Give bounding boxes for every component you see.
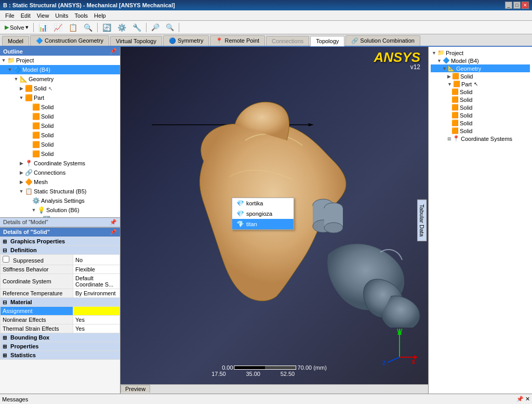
tree-toggle-solution[interactable]: ▼ — [31, 207, 36, 213]
toolbar-btn-4[interactable]: 🔍 — [81, 22, 95, 33]
expand-material[interactable]: ⊟ — [3, 299, 7, 305]
value-nonlinear[interactable]: Yes — [73, 316, 120, 324]
viewport[interactable]: ANSYS v12 Tabular Data W X Z — [121, 47, 428, 394]
right-tree-solid5[interactable]: 🟧 Solid — [431, 111, 530, 119]
tabular-data-button[interactable]: Tabular Data — [417, 199, 427, 241]
section-statistics[interactable]: ⊞ Statistics — [1, 351, 120, 360]
right-tree-geometry[interactable]: ▼ 📐 Geometry — [431, 64, 530, 72]
dropdown-item-titan[interactable]: 💎 titan — [232, 219, 294, 229]
toolbar-zoom-in[interactable]: 🔎 — [149, 22, 162, 33]
tree-toggle-static[interactable]: ▼ — [19, 189, 24, 194]
right-tree-solid4[interactable]: 🟧 Solid — [431, 103, 530, 111]
tree-item-solid4[interactable]: 🟧 Solid — [0, 121, 120, 131]
right-toggle-solid1[interactable]: ▶ — [447, 74, 451, 79]
right-tree-solid3[interactable]: 🟧 Solid — [431, 96, 530, 103]
tree-item-mesh[interactable]: ▶ 🔶 Mesh — [0, 177, 120, 187]
expand-properties[interactable]: ⊞ — [3, 344, 7, 349]
section-graphics[interactable]: ⊞ Graphics Properties — [1, 237, 120, 246]
right-tree-solid2[interactable]: 🟧 Solid — [431, 88, 530, 96]
tab-remote-point[interactable]: 📍Remote Point — [210, 35, 265, 46]
right-tree-solid1[interactable]: ▶ 🟧 Solid — [431, 72, 530, 80]
menu-tools[interactable]: Tools — [71, 11, 91, 20]
value-thermal[interactable]: Yes — [73, 324, 120, 333]
menu-help[interactable]: Help — [91, 11, 109, 20]
suppressed-checkbox[interactable] — [3, 256, 9, 263]
tree-toggle-model[interactable]: ▼ — [7, 67, 12, 72]
value-suppressed[interactable]: No — [73, 255, 120, 265]
tree-toggle-project[interactable]: ▼ — [1, 58, 6, 63]
tab-construction-geometry[interactable]: 🔷Construction Geometry — [30, 35, 109, 46]
right-toggle-model[interactable]: ▼ — [437, 58, 442, 63]
tree-item-geometry[interactable]: ▼ 📐 Geometry — [0, 74, 120, 84]
dropdown-item-kortika[interactable]: 💎 kortika — [232, 198, 294, 208]
tree-toggle-part[interactable]: ▼ — [19, 95, 24, 100]
toolbar-solve[interactable]: ▶ Solve ▾ — [2, 22, 31, 32]
value-coord-system[interactable]: Default Coordinate S... — [73, 274, 120, 289]
tree-item-analysis-settings[interactable]: ⚙️ Analysis Settings — [0, 196, 120, 205]
right-tree-coord[interactable]: ⊞ 📍 Coordinate Systems — [431, 135, 530, 142]
toolbar-btn-7[interactable]: 🔧 — [130, 22, 144, 33]
dropdown-container[interactable]: 💎 kortika 💎 spongioza 💎 titan — [232, 198, 294, 230]
maximize-button[interactable]: □ — [513, 2, 521, 9]
tree-toggle-coord[interactable]: ▶ — [19, 161, 24, 166]
toolbar-btn-1[interactable]: 📊 — [36, 22, 50, 33]
tree-toggle-mesh[interactable]: ▶ — [19, 179, 24, 185]
tree-item-model[interactable]: ▼ 🔷 Model (B4) — [0, 65, 120, 74]
section-bounding[interactable]: ⊞ Bounding Box — [1, 333, 120, 342]
section-definition[interactable]: ⊟ Definition — [1, 246, 120, 255]
minimize-button[interactable]: _ — [505, 2, 512, 9]
tree-item-coord[interactable]: ▶ 📍 Coordinate Systems — [0, 159, 120, 168]
tree-toggle-connections[interactable]: ▶ — [19, 170, 24, 175]
toolbar-btn-6[interactable]: ⚙️ — [115, 22, 129, 33]
right-tree-solid7[interactable]: 🟧 Solid — [431, 127, 530, 135]
tab-connections[interactable]: Connections — [266, 36, 309, 46]
expand-definition[interactable]: ⊟ — [3, 247, 7, 253]
toolbar-btn-5[interactable]: 🔄 — [100, 22, 114, 33]
tab-model[interactable]: Model — [2, 36, 29, 46]
right-tree[interactable]: ▼ 📁 Project ▼ 🔷 Model (B4) ▼ 📐 Geometry … — [429, 47, 532, 394]
toolbar-btn-2[interactable]: 📈 — [51, 22, 65, 33]
outline-panel[interactable]: ▼ 📁 Project ▼ 🔷 Model (B4) ▼ 📐 — [0, 56, 120, 218]
tree-item-solid3[interactable]: 🟧 Solid — [0, 112, 120, 121]
right-toggle-coord[interactable]: ⊞ — [447, 136, 451, 141]
tree-item-solution[interactable]: ▼ 💡 Solution (B6) — [0, 205, 120, 215]
tree-item-project[interactable]: ▼ 📁 Project — [0, 56, 120, 65]
section-material[interactable]: ⊟ Material — [1, 298, 120, 307]
right-tree-model[interactable]: ▼ 🔷 Model (B4) — [431, 57, 530, 64]
tree-item-solid5[interactable]: 🟧 Solid — [0, 131, 120, 140]
tree-item-solid6[interactable]: 🟧 Solid — [0, 140, 120, 149]
section-properties[interactable]: ⊞ Properties — [1, 342, 120, 351]
right-tree-project[interactable]: ▼ 📁 Project — [431, 49, 530, 57]
right-toggle-project[interactable]: ▼ — [432, 50, 436, 56]
value-stiffness[interactable]: Flexible — [73, 265, 120, 274]
right-tree-solid6[interactable]: 🟧 Solid — [431, 119, 530, 127]
tree-item-solid1[interactable]: ▶ 🟧 Solid ↖ — [0, 84, 120, 93]
tree-toggle-geometry[interactable]: ▼ — [14, 76, 19, 82]
menu-view[interactable]: View — [34, 11, 52, 20]
viewport-background[interactable]: ANSYS v12 Tabular Data W X Z — [121, 47, 428, 394]
tab-topology[interactable]: Topology — [310, 36, 344, 46]
right-tree-part[interactable]: ▼ 🟧 Part ↖ — [431, 80, 530, 88]
expand-statistics[interactable]: ⊞ — [3, 353, 7, 358]
tree-item-solid2[interactable]: 🟧 Solid — [0, 102, 120, 112]
preview-tab[interactable]: Preview — [121, 385, 150, 393]
tab-virtual-topology[interactable]: Virtual Topology — [110, 36, 162, 46]
expand-bounding[interactable]: ⊞ — [3, 335, 7, 341]
tab-symmetry[interactable]: 🔵Symmetry — [163, 35, 209, 46]
menu-units[interactable]: Units — [52, 11, 71, 20]
tree-item-static[interactable]: ▼ 📋 Static Structural (B5) — [0, 187, 120, 196]
toolbar-btn-3[interactable]: 📋 — [66, 22, 80, 33]
close-button[interactable]: ✕ — [522, 2, 529, 9]
right-toggle-part[interactable]: ▼ — [447, 82, 452, 87]
tree-item-connections[interactable]: ▶ 🔗 Connections — [0, 168, 120, 177]
menu-file[interactable]: File — [2, 11, 18, 20]
tree-toggle-solid1[interactable]: ▶ — [19, 86, 24, 91]
tab-solution-combination[interactable]: 🔗Solution Combination — [345, 35, 420, 46]
right-toggle-geometry[interactable]: ▼ — [442, 66, 447, 71]
value-ref-temp[interactable]: By Environment — [73, 289, 120, 298]
menu-edit[interactable]: Edit — [18, 11, 34, 20]
value-assignment[interactable] — [73, 307, 120, 316]
tree-item-solid7[interactable]: 🟧 Solid — [0, 149, 120, 159]
toolbar-zoom-out[interactable]: 🔍 — [163, 22, 177, 33]
window-controls[interactable]: _ □ ✕ — [505, 2, 529, 9]
